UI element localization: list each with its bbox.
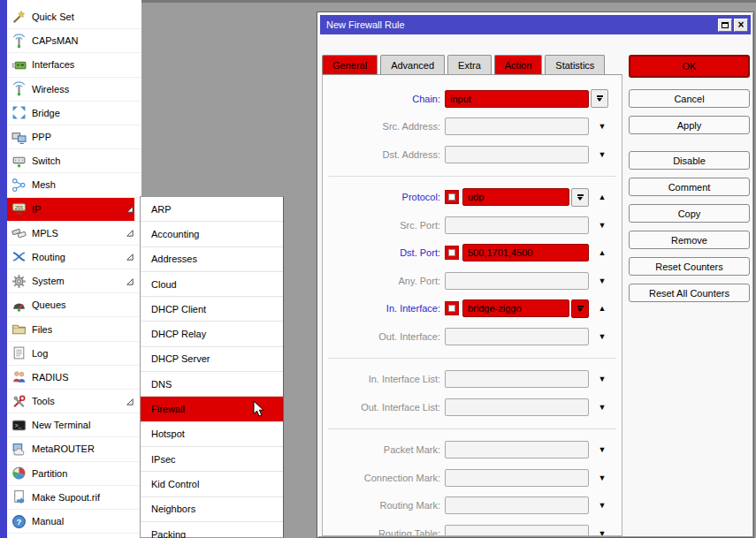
sidebar-item-queues[interactable]: Queues: [7, 293, 141, 317]
sidebar-item-bridge[interactable]: Bridge: [7, 102, 141, 125]
chain-field[interactable]: input: [445, 90, 589, 108]
mouse-cursor: [253, 400, 264, 419]
disable-button[interactable]: Disable: [629, 151, 750, 170]
wand-icon: [11, 10, 27, 25]
src-address-expand-down-icon[interactable]: ▼: [592, 122, 612, 131]
submenu-item-kid-control[interactable]: Kid Control: [141, 472, 283, 496]
network-card-icon: [11, 57, 27, 72]
any-port-field[interactable]: [445, 272, 589, 290]
submenu-item-dhcp-server[interactable]: DHCP Server: [141, 347, 283, 372]
packet-mark-expand-down-icon[interactable]: ▼: [592, 445, 612, 454]
field-controls-src-port: [445, 216, 589, 234]
in-interface-collapse-up-icon[interactable]: ▲: [592, 304, 612, 313]
copy-button[interactable]: Copy: [629, 204, 750, 223]
sidebar-item-mesh[interactable]: Mesh: [7, 173, 141, 197]
tab-statistics[interactable]: Statistics: [545, 55, 605, 74]
dialog-titlebar[interactable]: New Firewall Rule ×: [320, 15, 751, 34]
protocol-combo-button[interactable]: [571, 188, 589, 207]
connection-mark-expand-down-icon[interactable]: ▼: [592, 474, 612, 482]
submenu-item-dhcp-relay[interactable]: DHCP Relay: [141, 322, 283, 346]
sidebar-item-radius[interactable]: RADIUS: [7, 366, 141, 390]
src-port-field[interactable]: [445, 216, 589, 234]
dst-port-collapse-up-icon[interactable]: ▲: [592, 248, 612, 257]
submenu-item-dhcp-client[interactable]: DHCP Client: [141, 297, 283, 322]
field-label-protocol: Protocol:: [323, 192, 445, 202]
out-interface-list-field[interactable]: [445, 398, 589, 416]
field-row-out-interface: Out. Interface:▼: [323, 322, 622, 351]
sidebar-item-system[interactable]: System: [7, 269, 141, 293]
submenu-item-dns[interactable]: DNS: [141, 372, 283, 397]
submenu-item-packing[interactable]: Packing: [141, 522, 283, 538]
submenu-item-accounting[interactable]: Accounting: [141, 222, 283, 246]
sidebar-item-wireless[interactable]: Wireless: [7, 78, 141, 102]
field-label-dst-address: Dst. Address:: [323, 149, 445, 160]
sidebar-item-tools[interactable]: Tools: [7, 390, 141, 413]
out-interface-list-expand-down-icon[interactable]: ▼: [592, 403, 612, 412]
sidebar-item-ppp[interactable]: PPP: [7, 125, 141, 149]
sidebar-item-switch[interactable]: Switch: [7, 149, 141, 173]
dst-address-field[interactable]: [445, 146, 589, 163]
packet-mark-field[interactable]: [445, 441, 589, 458]
sidebar-item-files[interactable]: Files: [7, 317, 141, 341]
out-interface-field[interactable]: [445, 328, 589, 345]
tab-action[interactable]: Action: [494, 55, 543, 74]
dst-port-field[interactable]: 500,1701,4500: [462, 244, 589, 261]
src-address-field[interactable]: [445, 117, 589, 135]
routing-table-expand-down-icon[interactable]: ▼: [592, 529, 612, 536]
tab-advanced[interactable]: Advanced: [380, 55, 445, 74]
submenu-item-cloud[interactable]: Cloud: [141, 272, 283, 297]
routing-mark-expand-down-icon[interactable]: ▼: [592, 501, 612, 510]
submenu-item-label: Hotspot: [151, 428, 185, 439]
sidebar-item-mpls[interactable]: MPLS: [7, 222, 141, 246]
field-group-separator: [328, 176, 616, 177]
tab-general[interactable]: General: [322, 55, 378, 74]
sidebar-item-manual[interactable]: ?Manual: [7, 510, 141, 534]
submenu-item-ipsec[interactable]: IPsec: [141, 447, 283, 472]
submenu-item-neighbors[interactable]: Neighbors: [141, 497, 283, 522]
remove-button[interactable]: Remove: [629, 231, 750, 249]
tab-extra[interactable]: Extra: [447, 55, 492, 74]
dst-port-checkbox[interactable]: [445, 246, 459, 260]
sidebar-item-partition[interactable]: Partition: [7, 462, 141, 486]
in-interface-combo-button[interactable]: [571, 299, 589, 318]
chain-combo-button[interactable]: [591, 89, 608, 108]
submenu-item-arp[interactable]: ARP: [141, 197, 283, 222]
submenu-item-addresses[interactable]: Addresses: [141, 247, 283, 272]
routing-table-field[interactable]: [445, 525, 589, 536]
dst-address-expand-down-icon[interactable]: ▼: [592, 150, 612, 159]
sidebar-item-quick-set[interactable]: Quick Set: [7, 5, 141, 29]
in-interface-checkbox[interactable]: [445, 301, 459, 315]
sidebar-item-capsman[interactable]: CAPsMAN: [7, 29, 141, 53]
apply-button[interactable]: Apply: [629, 116, 750, 134]
in-interface-list-expand-down-icon[interactable]: ▼: [592, 375, 612, 383]
field-controls-src-address: [445, 117, 589, 135]
protocol-checkbox[interactable]: [445, 190, 459, 204]
reset-all-counters-button[interactable]: Reset All Counters: [629, 284, 750, 302]
sidebar-item-log[interactable]: Log: [7, 342, 141, 366]
protocol-collapse-up-icon[interactable]: ▲: [592, 193, 612, 201]
submenu-item-label: DNS: [151, 379, 172, 390]
sidebar-item-routing[interactable]: Routing: [7, 246, 141, 269]
log-page-icon: [11, 345, 27, 360]
field-controls-routing-mark: [445, 496, 589, 514]
out-interface-expand-down-icon[interactable]: ▼: [592, 332, 612, 341]
ok-button[interactable]: OK: [629, 55, 750, 78]
cancel-button[interactable]: Cancel: [629, 89, 750, 108]
sidebar-item-new-terminal[interactable]: >_New Terminal: [7, 413, 141, 437]
sidebar-item-metarouter[interactable]: MetaROUTER: [7, 437, 141, 461]
protocol-field[interactable]: udp: [462, 188, 569, 206]
connection-mark-field[interactable]: [445, 469, 589, 487]
maximize-button[interactable]: [718, 19, 732, 32]
reset-counters-button[interactable]: Reset Counters: [629, 257, 750, 276]
sidebar-item-ip[interactable]: 255IP: [7, 198, 141, 222]
in-interface-field[interactable]: bridge-ziggo: [462, 299, 569, 317]
sidebar-item-interfaces[interactable]: Interfaces: [7, 53, 141, 77]
any-port-expand-down-icon[interactable]: ▼: [592, 277, 612, 285]
close-button[interactable]: ×: [734, 19, 748, 32]
routing-mark-field[interactable]: [445, 496, 589, 514]
comment-button[interactable]: Comment: [629, 178, 750, 196]
submenu-item-hotspot[interactable]: Hotspot: [141, 422, 283, 447]
src-port-expand-down-icon[interactable]: ▼: [592, 221, 612, 230]
sidebar-item-make-supout-rif[interactable]: Make Supout.rif: [7, 486, 141, 510]
in-interface-list-field[interactable]: [445, 370, 589, 388]
